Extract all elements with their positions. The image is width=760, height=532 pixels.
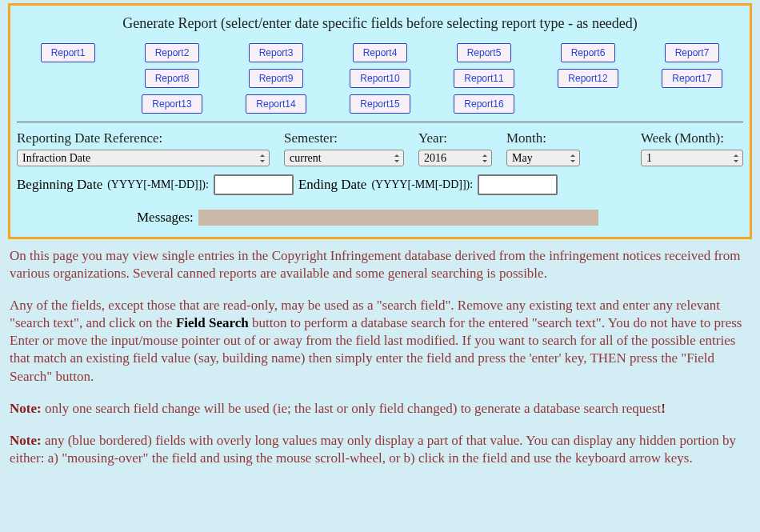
report-cell: Report7 [642,43,742,62]
report-cell: Report11 [434,69,534,88]
note-2-text: any (blue bordered) fields with overly l… [10,433,736,466]
month-select[interactable]: May [506,150,580,166]
date-row: Beginning Date (YYYY[-MM[-DD]]): Ending … [17,174,743,195]
note-label-2: Note: [10,433,42,448]
report-cell: Report4 [330,43,430,62]
report-cell: Report1 [18,43,118,62]
report-cell: Report14 [226,94,326,114]
beginning-date-label: Beginning Date [17,177,102,193]
report11-button[interactable]: Report11 [454,69,514,88]
week-select[interactable]: 1 [641,150,743,166]
report-cell: Report6 [538,43,638,62]
report2-button[interactable]: Report2 [145,43,200,62]
report-cell [642,94,742,114]
semester-select[interactable]: current [284,150,404,166]
messages-box [198,210,598,226]
week-label: Week (Month): [641,130,743,146]
generate-report-panel: Generate Report (select/enter date speci… [8,3,752,239]
controls-row: Reporting Date Reference: Infraction Dat… [17,130,743,166]
report16-button[interactable]: Report16 [454,94,514,114]
report-button-grid: Report1Report2Report3Report4Report5Repor… [17,43,743,114]
ending-date-input[interactable] [478,174,558,195]
report-cell: Report15 [330,94,430,114]
note-1-bang: ! [661,401,666,416]
report-cell: Report3 [226,43,326,62]
ending-date-label: Ending Date [298,177,366,193]
beginning-date-input[interactable] [214,174,294,195]
report-cell: Report10 [330,69,430,88]
note-1-text: only one search field change will be use… [42,401,662,416]
prose-section: On this page you may view single entries… [0,247,760,467]
report10-button[interactable]: Report10 [350,69,410,88]
report13-button[interactable]: Report13 [142,94,202,114]
search-instructions-paragraph: Any of the fields, except those that are… [10,297,750,385]
report-cell: Report13 [122,94,222,114]
report1-button[interactable]: Report1 [41,43,96,62]
semester-label: Semester: [284,130,404,146]
year-select[interactable]: 2016 [418,150,492,166]
ending-date-format: (YYYY[-MM[-DD]]): [371,178,473,191]
note-label-1: Note: [10,401,42,416]
report17-button[interactable]: Report17 [662,69,722,88]
report15-button[interactable]: Report15 [350,94,410,114]
report-cell [18,69,118,88]
report14-button[interactable]: Report14 [246,94,306,114]
note-long-values-paragraph: Note: any (blue bordered) fields with ov… [10,432,750,467]
report-cell: Report12 [538,69,638,88]
report4-button[interactable]: Report4 [353,43,408,62]
report5-button[interactable]: Report5 [457,43,512,62]
report6-button[interactable]: Report6 [561,43,616,62]
report-cell: Report9 [226,69,326,88]
report-cell [18,94,118,114]
report12-button[interactable]: Report12 [558,69,618,88]
panel-title: Generate Report (select/enter date speci… [17,15,743,32]
report-cell: Report8 [122,69,222,88]
reporting-date-ref-label: Reporting Date Reference: [17,130,270,146]
field-search-button-ref: Field Search [176,315,249,330]
report8-button[interactable]: Report8 [145,69,200,88]
report-cell: Report17 [642,69,742,88]
month-label: Month: [506,130,626,146]
report-cell: Report16 [434,94,534,114]
note-single-field-paragraph: Note: only one search field change will … [10,400,750,418]
messages-label: Messages: [137,210,194,226]
report-cell [538,94,638,114]
report-cell: Report5 [434,43,534,62]
beginning-date-format: (YYYY[-MM[-DD]]): [107,178,209,191]
year-label: Year: [418,130,492,146]
report9-button[interactable]: Report9 [249,69,304,88]
separator [17,122,743,122]
report-cell: Report2 [122,43,222,62]
intro-paragraph: On this page you may view single entries… [10,247,750,282]
report3-button[interactable]: Report3 [249,43,304,62]
reporting-date-ref-select[interactable]: Infraction Date [17,150,270,166]
report7-button[interactable]: Report7 [665,43,720,62]
messages-row: Messages: [17,210,743,226]
